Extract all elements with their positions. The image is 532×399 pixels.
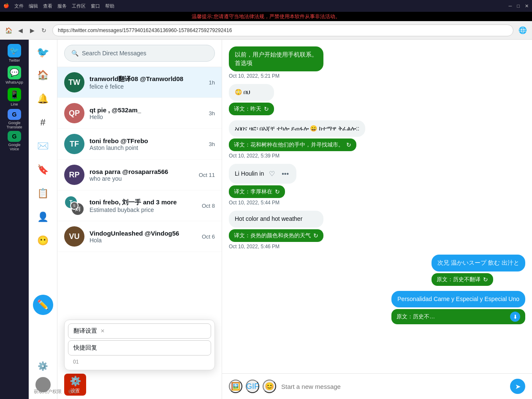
msg-4-content: Li Houlin in [235, 170, 264, 178]
refresh-button[interactable]: ↻ [39, 25, 49, 35]
nav-notifications-wrapper: 🔔 [33, 89, 53, 109]
minimize-btn[interactable]: ─ [509, 3, 512, 9]
dm-item-2[interactable]: TF toni frebo @TFrebo Aston launch point… [57, 129, 222, 160]
nav-lists[interactable]: 📋 [33, 183, 53, 204]
popup-area: 翻译设置 ✕ 快捷回复 01 ⚙️ 设置 [57, 316, 222, 399]
home-button[interactable]: 🏠 [3, 25, 14, 35]
msg-5: Hot color and hot weather 译文：炎热的颜色和炎热的天气… [229, 211, 323, 250]
msg-7-text: Personalidad Carne y Especial y Especial… [391, 291, 525, 308]
twitter-label: Twitter [9, 58, 20, 62]
gif-button[interactable]: GIF [246, 380, 259, 393]
msg-4-text: Li Houlin in ♡ ••• [229, 164, 296, 184]
search-icon: 🔍 [71, 50, 79, 57]
translate-settings-label: 翻译设置 [73, 327, 97, 335]
app-line[interactable]: 📱 Line [4, 87, 24, 107]
nav-hashtag[interactable]: # [33, 112, 53, 133]
like-button[interactable]: ♡ [267, 168, 277, 179]
bottom-left-label: 获取用户权限 [34, 388, 62, 395]
os-controls[interactable]: ─ □ ✕ [509, 3, 529, 9]
app-twitter[interactable]: 🐦 Twitter [4, 43, 24, 63]
os-apple[interactable]: 🍎 [3, 3, 9, 9]
dm-info-1: qt pie , @532am_ Hello [90, 106, 204, 120]
dm-preview-4: Estimated buyback price [90, 206, 197, 213]
menu-file[interactable]: 文件 [14, 3, 24, 9]
globe-button[interactable]: 🌐 [517, 24, 529, 36]
more-button[interactable]: ••• [280, 168, 290, 179]
msg-6-translate: 原文：历史不翻译 ↻ [432, 273, 493, 286]
menu-service[interactable]: 服务 [57, 3, 67, 9]
download-icon[interactable]: ⬇ [510, 312, 520, 322]
url-bar[interactable]: https://twitter.com/messages/15779401624… [52, 24, 513, 36]
menu-view[interactable]: 查看 [43, 3, 52, 9]
app-gvoice[interactable]: G Google Voice [4, 131, 24, 151]
dm-avatar-5: VU [64, 226, 84, 247]
msg-6: 次兄 温かいスープ 飲む 出汁と 原文：历史不翻译 ↻ [432, 255, 525, 286]
back-button[interactable]: ◀ [15, 25, 25, 35]
app-whatsapp[interactable]: 💬 WhatsApp [4, 65, 24, 85]
translate-3-label: 译文：花和树种在他们的手中，并寻找城市。 [234, 141, 344, 149]
translate-7-label: 原文：历史不… [396, 313, 435, 320]
twitter-sidebar: 🐦 🏠 🔔 # ✉️ 🔖 📋 👤 😶 ✏️ ⚙️ [29, 40, 57, 399]
dm-panel: 🔍 Search Direct Messages TW tranworld翻译0… [57, 40, 222, 399]
settings-button-area: ⚙️ 设置 [64, 374, 215, 396]
quick-reply-label: 快捷回复 [73, 344, 97, 352]
msg-5-timestamp: Oct 10, 2022, 5:46 PM [229, 244, 323, 250]
dm-av3: 5 [70, 201, 79, 210]
search-direct-messages[interactable]: 🔍 Search Direct Messages [64, 45, 215, 62]
msg-7: Personalidad Carne y Especial y Especial… [391, 291, 525, 325]
msg-4-wrapper: Li Houlin in ♡ ••• 译文：李厚林在 ↻ Oct 10, 202… [229, 164, 296, 206]
maximize-btn[interactable]: □ [517, 3, 520, 9]
dm-avatar-3: RP [64, 165, 84, 185]
message-input[interactable] [281, 383, 505, 390]
dm-avatar-1: QP [64, 103, 84, 123]
msg-6-text: 次兄 温かいスープ 飲む 出汁と [432, 255, 525, 271]
os-menu-bar[interactable]: 🍎 文件 编辑 查看 服务 工作区 窗口 帮助 [3, 3, 114, 9]
msg-4-translate: 译文：李厚林在 ↻ [229, 185, 285, 198]
browser-nav[interactable]: 🏠 ◀ ▶ ↻ [3, 25, 49, 35]
msg-1-timestamp: Oct 10, 2022, 5:21 PM [229, 73, 323, 79]
dm-item-0[interactable]: TW tranworld翻译08 @Tranworld08 felice è f… [57, 67, 222, 98]
dm-info-4: toni frebo, 刘一手 and 3 more Estimated buy… [90, 198, 197, 213]
menu-help[interactable]: 帮助 [105, 3, 114, 9]
dm-item-4[interactable]: T 刘 5 toni frebo, 刘一手 and 3 more Estimat… [57, 190, 222, 221]
browser-bar: 🏠 ◀ ▶ ↻ https://twitter.com/messages/157… [0, 21, 532, 40]
dm-list: TW tranworld翻译08 @Tranworld08 felice è f… [57, 67, 222, 316]
dm-item-5[interactable]: VU VindogUnleashed @Vindog56 Hola Oct 6 [57, 221, 222, 252]
nav-messages[interactable]: ✉️ [33, 136, 53, 156]
whatsapp-label: WhatsApp [5, 80, 23, 84]
close-btn[interactable]: ✕ [525, 3, 529, 9]
emoji-button[interactable]: 😊 [263, 380, 276, 393]
popup-quick-reply[interactable]: 快捷回复 [68, 340, 211, 356]
msg-4-timestamp: Oct 10, 2022, 5:44 PM [229, 200, 296, 206]
menu-window[interactable]: 窗口 [91, 3, 100, 9]
dm-item-1[interactable]: QP qt pie , @532am_ Hello 3h [57, 98, 222, 129]
bottom-right-label: 收取 [68, 388, 78, 395]
nav-bookmarks[interactable]: 🔖 [33, 160, 53, 180]
popup-close-icon[interactable]: ✕ [100, 328, 105, 334]
nav-notifications[interactable]: 🔔 [33, 89, 53, 109]
nav-more[interactable]: 😶 [33, 231, 53, 251]
compose-button[interactable]: ✏️ [33, 295, 53, 315]
popup-translate-settings[interactable]: 翻译设置 ✕ [68, 323, 211, 339]
dm-preview-1: Hello [90, 114, 204, 120]
msg-1: 以前，用户开始使用手机联系。首选项 Oct 10, 2022, 5:21 PM [229, 46, 323, 79]
msg-3-timestamp: Oct 10, 2022, 5:39 PM [229, 153, 365, 159]
dm-avatar-2: TF [64, 134, 84, 154]
send-button[interactable]: ➤ [510, 379, 525, 394]
dm-time-5: Oct 6 [202, 233, 215, 240]
gtranslate-label: Google Translate [4, 121, 24, 129]
forward-button[interactable]: ▶ [27, 25, 37, 35]
translate-6-icon: ↻ [483, 276, 488, 283]
chat-messages: 以前，用户开始使用手机联系。首选项 Oct 10, 2022, 5:21 PM … [222, 40, 532, 373]
popup-menu: 翻译设置 ✕ 快捷回复 01 [64, 320, 215, 370]
warning-bar: 温馨提示:您请遵守当地法律法规，严禁使用本软件从事非法活动。 [0, 12, 532, 21]
nav-profile[interactable]: 👤 [33, 207, 53, 227]
nav-home[interactable]: 🏠 [33, 65, 53, 85]
image-button[interactable]: 🖼️ [229, 380, 242, 393]
settings-icon[interactable]: ⚙️ [35, 358, 51, 374]
app-gtranslate[interactable]: G Google Translate [4, 109, 24, 129]
menu-workspace[interactable]: 工作区 [72, 3, 86, 9]
menu-edit[interactable]: 编辑 [29, 3, 38, 9]
dm-time-4: Oct 8 [202, 203, 215, 209]
dm-item-3[interactable]: RP rosa parra @rosaparra566 who are you … [57, 160, 222, 190]
